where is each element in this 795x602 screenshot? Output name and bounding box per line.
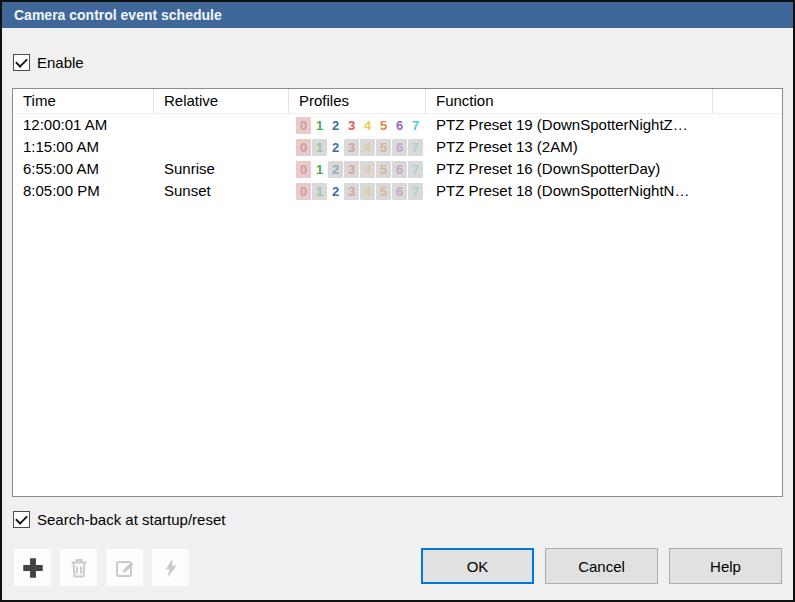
column-header-time[interactable]: Time: [13, 89, 154, 113]
title-bar: Camera control event schedule: [2, 2, 793, 28]
profile-chip-0: 0: [296, 117, 311, 134]
profile-chip-1: 1: [312, 139, 327, 156]
row-function: PTZ Preset 13 (2AM): [426, 136, 713, 158]
row-time: 6:55:00 AM: [13, 158, 154, 180]
row-relative: [154, 114, 289, 136]
profile-chip-0: 0: [296, 183, 311, 200]
profile-chip-7: 7: [408, 183, 423, 200]
column-header-function[interactable]: Function: [426, 89, 713, 113]
row-profiles: 01234567: [289, 114, 426, 136]
profile-chip-2: 2: [328, 139, 343, 156]
lightning-icon-button[interactable]: [152, 549, 189, 586]
searchback-checkbox[interactable]: [13, 511, 30, 528]
edit-icon: [113, 556, 137, 580]
profile-chip-6: 6: [392, 183, 407, 200]
table-row[interactable]: 12:00:01 AM01234567PTZ Preset 19 (DownSp…: [13, 114, 782, 136]
column-header-relative[interactable]: Relative: [154, 89, 289, 113]
enable-checkbox-row: Enable: [13, 54, 84, 71]
row-relative: [154, 136, 289, 158]
table-header: Time Relative Profiles Function: [13, 89, 782, 114]
table-body: 12:00:01 AM01234567PTZ Preset 19 (DownSp…: [13, 114, 782, 202]
profile-chip-0: 0: [296, 139, 311, 156]
profile-chip-6: 6: [392, 161, 407, 178]
column-header-spacer: [713, 89, 782, 113]
row-profiles: 01234567: [289, 158, 426, 180]
profile-chip-2: 2: [328, 117, 343, 134]
trash-icon: [67, 556, 91, 580]
row-time: 8:05:00 PM: [13, 180, 154, 202]
table-row[interactable]: 1:15:00 AM01234567PTZ Preset 13 (2AM): [13, 136, 782, 158]
profile-chip-4: 4: [360, 117, 375, 134]
row-function: PTZ Preset 18 (DownSpotterNightN…: [426, 180, 713, 202]
row-relative: Sunrise: [154, 158, 289, 180]
profile-chip-1: 1: [312, 161, 327, 178]
edit-event-button[interactable]: [106, 549, 143, 586]
add-event-button[interactable]: [14, 549, 51, 586]
camera-control-event-schedule-dialog: Camera control event schedule Enable Tim…: [0, 0, 795, 602]
profile-chip-6: 6: [392, 139, 407, 156]
row-time: 1:15:00 AM: [13, 136, 154, 158]
dialog-title: Camera control event schedule: [14, 7, 222, 23]
lightning-icon: [160, 557, 182, 579]
profile-chip-7: 7: [408, 161, 423, 178]
profile-chip-2: 2: [328, 183, 343, 200]
profile-chip-2: 2: [328, 161, 343, 178]
row-function: PTZ Preset 16 (DownSpotterDay): [426, 158, 713, 180]
ok-button[interactable]: OK: [421, 548, 534, 584]
enable-checkbox[interactable]: [13, 54, 30, 71]
table-row[interactable]: 8:05:00 PMSunset01234567PTZ Preset 18 (D…: [13, 180, 782, 202]
profile-chip-3: 3: [344, 161, 359, 178]
delete-event-button[interactable]: [60, 549, 97, 586]
profile-chip-4: 4: [360, 139, 375, 156]
column-header-profiles[interactable]: Profiles: [289, 89, 426, 113]
row-time: 12:00:01 AM: [13, 114, 154, 136]
table-row[interactable]: 6:55:00 AMSunrise01234567PTZ Preset 16 (…: [13, 158, 782, 180]
profile-chip-5: 5: [376, 117, 391, 134]
profile-chip-7: 7: [408, 139, 423, 156]
profile-chip-1: 1: [312, 183, 327, 200]
profile-chip-3: 3: [344, 139, 359, 156]
profile-chip-1: 1: [312, 117, 327, 134]
help-button[interactable]: Help: [669, 548, 782, 584]
schedule-table: Time Relative Profiles Function 12:00:01…: [12, 88, 783, 497]
cancel-button[interactable]: Cancel: [545, 548, 658, 584]
row-function: PTZ Preset 19 (DownSpotterNightZ…: [426, 114, 713, 136]
profile-chip-5: 5: [376, 139, 391, 156]
profile-chip-4: 4: [360, 183, 375, 200]
profile-chip-6: 6: [392, 117, 407, 134]
profile-chip-3: 3: [344, 183, 359, 200]
profile-chip-3: 3: [344, 117, 359, 134]
plus-icon: [20, 555, 46, 581]
row-relative: Sunset: [154, 180, 289, 202]
searchback-checkbox-label: Search-back at startup/reset: [37, 511, 225, 528]
enable-checkbox-label: Enable: [37, 54, 84, 71]
profile-chip-5: 5: [376, 183, 391, 200]
profile-chip-7: 7: [408, 117, 423, 134]
row-profiles: 01234567: [289, 180, 426, 202]
profile-chip-4: 4: [360, 161, 375, 178]
profile-chip-0: 0: [296, 161, 311, 178]
row-profiles: 01234567: [289, 136, 426, 158]
searchback-checkbox-row: Search-back at startup/reset: [13, 511, 225, 528]
profile-chip-5: 5: [376, 161, 391, 178]
